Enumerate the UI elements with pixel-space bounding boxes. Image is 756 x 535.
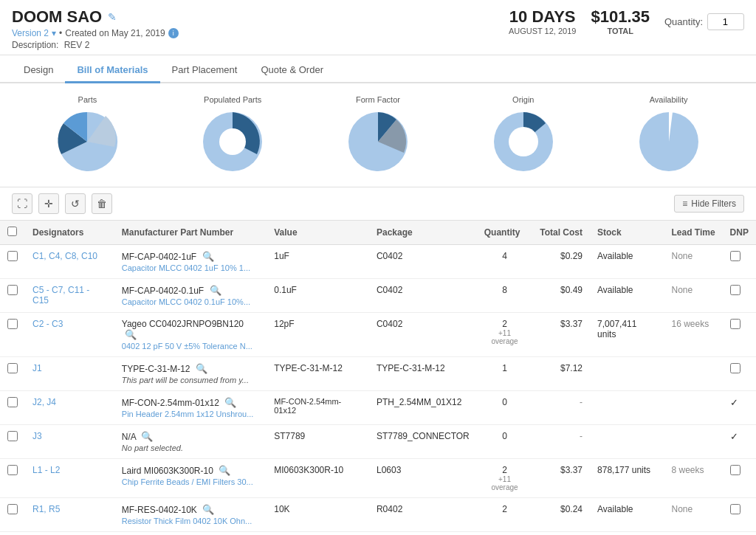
version-arrow[interactable]: ▾: [52, 28, 56, 38]
row-checkbox-cell: [0, 357, 25, 391]
part-warning: This part will be consumed from y...: [122, 376, 259, 384]
row-checkbox[interactable]: [7, 397, 18, 407]
search-icon[interactable]: 🔍: [196, 363, 207, 374]
bom-table-container: Designators Manufacturer Part Number Val…: [0, 221, 756, 532]
table-row: C2 - C3 Yageo CC0402JRNPO9BN120 🔍 0402 1…: [0, 313, 756, 357]
dnp-checked-icon: ✓: [730, 397, 738, 408]
package-cell: TYPE-C-31-M-12: [369, 357, 477, 391]
dnp-checkbox[interactable]: [730, 251, 740, 261]
package-cell: C0402: [369, 313, 477, 357]
designator-cell: J3: [25, 425, 114, 459]
delete-button[interactable]: 🗑: [92, 193, 112, 214]
value-cell: 0.1uF: [267, 279, 369, 313]
search-icon[interactable]: 🔍: [125, 329, 137, 340]
value-cell: 12pF: [267, 313, 369, 357]
table-body: C1, C4, C8, C10 MF-CAP-0402-1uF 🔍 Capaci…: [0, 245, 756, 532]
table-row: L1 - L2 Laird MI0603K300R-10 🔍 Chip Ferr…: [0, 459, 756, 498]
row-checkbox[interactable]: [7, 319, 18, 329]
qty-cell: 0: [477, 425, 532, 459]
mpn-cell: MF-RES-0402-10K 🔍 Resistor Thick Film 04…: [114, 498, 267, 532]
part-sub: 0402 12 pF 50 V ±5% Tolerance N...: [122, 342, 259, 351]
dnp-checkbox[interactable]: [730, 319, 740, 329]
dnp-checkbox[interactable]: [730, 465, 740, 475]
col-lead-time: Lead Time: [664, 221, 722, 245]
part-main: N/A 🔍: [122, 431, 259, 442]
expand-button[interactable]: ⛶: [12, 193, 32, 214]
row-checkbox[interactable]: [7, 363, 18, 373]
part-sub: Resistor Thick Film 0402 10K Ohn...: [122, 517, 259, 525]
dnp-cell: [723, 279, 756, 313]
search-icon[interactable]: 🔍: [224, 397, 236, 408]
chart-parts: Parts: [54, 95, 120, 175]
move-button[interactable]: ✛: [38, 193, 59, 214]
row-checkbox-cell: [0, 279, 25, 313]
designator-link[interactable]: R1, R5: [32, 504, 60, 514]
value-cell: MF-CON-2.54mm-01x12: [267, 391, 369, 425]
designator-cell: J2, J4: [25, 391, 114, 425]
designator-cell: C5 - C7, C11 - C15: [25, 279, 114, 313]
chart-populated-svg: [199, 108, 266, 175]
chart-origin-svg: [490, 108, 557, 175]
total-label: TOTAL: [591, 27, 650, 35]
designator-cell: L1 - L2: [25, 459, 114, 498]
designator-link[interactable]: J2, J4: [32, 397, 56, 407]
tab-quote-order[interactable]: Quote & Order: [249, 58, 335, 83]
stock-cell: Available: [590, 498, 664, 532]
designator-link[interactable]: J1: [32, 363, 42, 373]
row-checkbox[interactable]: [7, 504, 18, 514]
chart-origin-label: Origin: [512, 95, 534, 104]
description-value: REV 2: [64, 40, 90, 50]
cost-cell: $3.37: [532, 313, 590, 357]
svg-point-4: [509, 127, 538, 156]
quantity-input[interactable]: [707, 13, 744, 30]
package-cell: R0402: [369, 498, 477, 532]
tab-bar: Design Bill of Materials Part Placement …: [0, 58, 756, 83]
tab-part-placement[interactable]: Part Placement: [160, 58, 250, 83]
cost-cell: $0.24: [532, 498, 590, 532]
designator-link[interactable]: C2 - C3: [32, 319, 63, 329]
designator-link[interactable]: C1, C4, C8, C10: [32, 251, 97, 261]
row-checkbox[interactable]: [7, 251, 18, 261]
created-text: Created on May 21, 2019: [65, 28, 165, 38]
search-icon[interactable]: 🔍: [202, 251, 214, 262]
charts-row: Parts Populated Parts Form Factor: [0, 83, 756, 187]
col-value: Value: [267, 221, 369, 245]
dnp-cell: ✓: [723, 391, 756, 425]
table-row: R1, R5 MF-RES-0402-10K 🔍 Resistor Thick …: [0, 498, 756, 532]
info-icon[interactable]: i: [168, 28, 179, 38]
search-icon[interactable]: 🔍: [219, 465, 230, 476]
edit-icon[interactable]: ✎: [108, 11, 117, 23]
table-row: J2, J4 MF-CON-2.54mm-01x12 🔍 Pin Header …: [0, 391, 756, 425]
tab-bill-of-materials[interactable]: Bill of Materials: [65, 58, 159, 83]
row-checkbox[interactable]: [7, 431, 18, 441]
part-main: Laird MI0603K300R-10 🔍: [122, 465, 259, 476]
chart-form-factor-svg: [345, 108, 411, 175]
designator-link[interactable]: C5 - C7, C11 - C15: [32, 285, 89, 306]
dnp-cell: [723, 357, 756, 391]
hide-filters-button[interactable]: ≡ Hide Filters: [674, 195, 744, 213]
designator-link[interactable]: J3: [32, 431, 42, 441]
chart-parts-label: Parts: [78, 95, 97, 104]
version-link[interactable]: Version 2: [12, 28, 49, 38]
cost-cell: $7.12: [532, 357, 590, 391]
row-checkbox[interactable]: [7, 285, 18, 295]
cost-cell: $0.49: [532, 279, 590, 313]
chart-form-factor: Form Factor: [345, 95, 411, 175]
table-row: C5 - C7, C11 - C15 MF-CAP-0402-0.1uF 🔍 C…: [0, 279, 756, 313]
stock-cell: Available: [590, 279, 664, 313]
select-all-checkbox[interactable]: [7, 227, 17, 236]
search-icon[interactable]: 🔍: [141, 431, 153, 442]
project-title: DOOM SAO ✎: [12, 7, 179, 27]
part-main: TYPE-C-31-M-12 🔍: [122, 363, 259, 374]
dnp-checkbox[interactable]: [730, 504, 740, 514]
dnp-checkbox[interactable]: [730, 363, 740, 373]
row-checkbox[interactable]: [7, 465, 18, 475]
row-checkbox-cell: [0, 391, 25, 425]
dnp-checkbox[interactable]: [730, 285, 740, 295]
tab-design[interactable]: Design: [12, 58, 65, 83]
search-icon[interactable]: 🔍: [210, 285, 221, 296]
history-button[interactable]: ↺: [65, 193, 86, 214]
designator-link[interactable]: L1 - L2: [32, 465, 60, 475]
part-main: Yageo CC0402JRNPO9BN120 🔍: [122, 319, 259, 340]
search-icon[interactable]: 🔍: [202, 504, 214, 515]
